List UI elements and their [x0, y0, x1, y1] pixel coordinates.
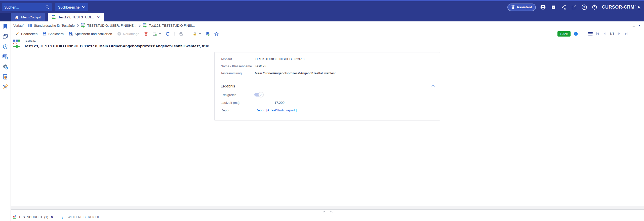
bottom-tab-label: TESTSCHRITTE (1) — [19, 215, 48, 219]
report-document-icon[interactable] — [2, 74, 8, 80]
search-list-icon[interactable] — [2, 54, 8, 60]
expand-up-icon[interactable] — [330, 210, 333, 213]
tab-label: Mein Cockpit — [21, 15, 41, 19]
more-areas-label[interactable]: WEITERE BEREICHE — [68, 215, 100, 219]
tab-mein-cockpit[interactable]: Mein Cockpit — [11, 13, 45, 21]
section-title-ergebnis: Ergebnis — [221, 84, 235, 88]
dropdown-arrow-icon[interactable] — [159, 33, 161, 35]
page-indicator: 1/1 — [610, 32, 614, 36]
dropdown-arrow-icon[interactable] — [199, 33, 201, 35]
chevron-right-icon — [139, 24, 141, 27]
breadcrumb-item-testfall[interactable]: </> Test123, TESTSTUDIO FINIS... — [143, 23, 195, 28]
app-window: Suchbereiche Assistent — [0, 0, 644, 221]
report-link[interactable]: Report [A TestStudio report.] — [256, 108, 297, 112]
bottom-bar: TESTSCHRITTE (1) ✕ ⋮ WEITERE BEREICHE — [11, 213, 644, 221]
record-header: </> Testfälle Test123, TESTSTUDIO FINISH… — [13, 40, 209, 48]
quality-badge[interactable]: 100% — [557, 31, 570, 37]
kebab-menu-icon[interactable]: ⋮ — [60, 215, 64, 219]
global-search-box[interactable] — [2, 3, 52, 11]
detail-card: Testlauf TESTSTUDIO FINISHED 33237.0 Nam… — [214, 52, 440, 120]
panel-splitter[interactable] — [11, 210, 644, 213]
chevron-right-icon — [77, 24, 79, 27]
favorite-star-button[interactable] — [213, 32, 220, 36]
grid-table-icon — [28, 24, 32, 27]
pencil-icon — [15, 32, 19, 36]
testrun-icon: 123 — [81, 23, 86, 28]
field-label-erfolgreich: Erfolgreich — [221, 93, 236, 97]
field-label-report: Report — [221, 108, 230, 112]
search-icon[interactable] — [45, 5, 50, 9]
tab-testschritte[interactable]: TESTSCHRITTE (1) ✕ — [13, 215, 53, 219]
breadcrumb: Verlauf: Standardsuche für Testläufe 123… — [11, 21, 644, 30]
refresh-button[interactable] — [164, 32, 172, 36]
breadcrumb-label: Standardsuche für Testläufe — [34, 24, 75, 27]
field-value-testlauf[interactable]: TESTSTUDIO FINISHED 33237.0 — [255, 57, 304, 61]
field-label-testlauf: Testlauf — [221, 57, 232, 61]
erfolgreich-toggle[interactable]: ✓ — [254, 93, 263, 97]
record-title: Test123, TESTSTUDIO FINISHED 33237.0, Me… — [24, 44, 209, 48]
tab-bar: Mein Cockpit </> Test123, TESTSTUDI... ✕ — [0, 13, 644, 21]
tab-test123-active[interactable]: </> Test123, TESTSTUDI... ✕ — [48, 13, 104, 21]
toolbar-separator — [188, 32, 188, 36]
breadcrumb-label: Test123, TESTSTUDIO FINIS... — [149, 24, 195, 27]
bookmark-plus-icon — [206, 32, 210, 36]
chevron-down-icon — [82, 6, 85, 8]
edit-button[interactable]: Bearbeiten — [13, 32, 39, 36]
home-icon — [15, 15, 19, 19]
help-icon[interactable]: ? — [581, 4, 587, 10]
teststudio-record-icon: </> — [13, 40, 21, 48]
field-value-name[interactable]: Test123 — [255, 64, 266, 68]
history-dropdown-icon[interactable]: ▾ — [638, 24, 640, 27]
tools-icon[interactable] — [2, 84, 8, 90]
search-scope-dropdown[interactable]: Suchbereiche — [55, 3, 88, 11]
entity-label: Testfälle — [24, 40, 209, 43]
lock-icon — [193, 32, 197, 36]
process-gear-icon[interactable] — [2, 64, 8, 70]
field-label-name: Name / Klassenname — [221, 64, 252, 68]
add-bookmark-button[interactable] — [204, 32, 212, 36]
floppy-icon — [43, 32, 47, 36]
teststudio-icon: </> — [143, 23, 147, 28]
assistant-label: Assistent — [517, 5, 532, 9]
delete-button[interactable] — [142, 32, 150, 36]
assistant-button[interactable]: Assistent — [507, 4, 536, 11]
tabbar-corner — [0, 13, 11, 21]
search-input[interactable] — [4, 5, 44, 9]
inbox-tray-icon[interactable] — [550, 4, 556, 10]
horizontal-scrollbar[interactable] — [11, 206, 644, 209]
field-value-laufzeit[interactable]: 17.200 — [274, 101, 285, 105]
button-label: Neuanlage — [123, 32, 139, 36]
user-profile-icon[interactable] — [540, 4, 546, 10]
plus-circle-icon — [117, 32, 121, 36]
history-icon[interactable] — [2, 44, 8, 50]
breadcrumb-item-search[interactable]: Standardsuche für Testläufe — [28, 24, 75, 27]
copy-record-button[interactable] — [151, 32, 163, 36]
toggle-check-icon: ✓ — [258, 92, 264, 97]
breadcrumb-item-testlauf[interactable]: 123 TESTSTUDIO, USER, FINISHE... — [81, 23, 136, 28]
open-external-icon[interactable] — [571, 4, 577, 10]
info-icon[interactable] — [574, 32, 578, 36]
trash-icon — [144, 32, 148, 36]
save-button[interactable]: Speichern — [41, 32, 66, 36]
lighthouse-icon — [511, 5, 515, 9]
field-value-testsammlung[interactable]: Mein Ordner\Angebotsprozess\Angebot\Test… — [255, 71, 336, 75]
back-arrow-icon[interactable]: ← — [632, 23, 636, 28]
collapse-down-icon[interactable] — [322, 210, 326, 213]
close-icon[interactable]: ✕ — [97, 15, 100, 19]
save-and-close-button[interactable]: Speichern und schließen — [67, 32, 114, 36]
floppy-close-icon — [69, 32, 73, 36]
collapse-section-icon[interactable] — [431, 85, 435, 87]
print-button — [177, 32, 185, 36]
next-page-icon[interactable] — [618, 32, 621, 36]
first-page-icon[interactable] — [596, 32, 599, 36]
left-sidebar — [0, 21, 11, 221]
menu-icon[interactable] — [588, 32, 593, 36]
share-icon[interactable] — [561, 4, 567, 10]
bookmarks-icon[interactable] — [2, 23, 8, 29]
windows-stack-icon[interactable] — [2, 34, 8, 40]
close-icon[interactable]: ✕ — [51, 215, 53, 219]
prev-page-icon[interactable] — [603, 32, 606, 36]
logout-power-icon[interactable] — [592, 4, 598, 10]
last-page-icon[interactable] — [624, 32, 628, 36]
lock-button[interactable] — [191, 32, 203, 36]
